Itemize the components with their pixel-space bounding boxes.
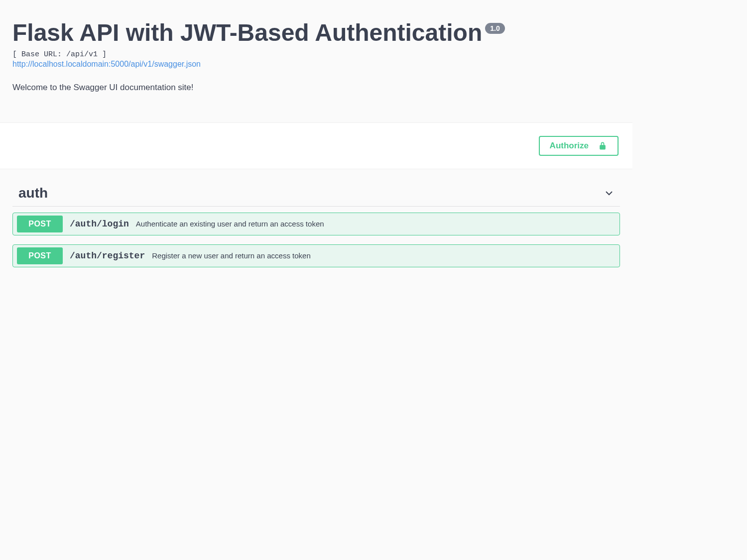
lock-icon [598, 141, 608, 151]
operation-summary: Register a new user and return an access… [152, 251, 311, 260]
operation-list: POST /auth/login Authenticate an existin… [12, 213, 620, 267]
chevron-down-icon [603, 187, 615, 199]
method-badge-post: POST [17, 247, 63, 264]
authorize-button[interactable]: Authorize [539, 136, 619, 156]
authorize-bar: Authorize [0, 122, 632, 169]
tag-name: auth [18, 185, 48, 201]
api-description: Welcome to the Swagger UI documentation … [12, 83, 620, 93]
spec-url-link[interactable]: http://localhost.localdomain:5000/api/v1… [12, 60, 620, 69]
api-title: Flask API with JWT-Based Authentication [12, 20, 482, 46]
api-header: Flask API with JWT-Based Authentication … [0, 0, 632, 122]
authorize-label: Authorize [550, 141, 589, 151]
content-area: auth POST /auth/login Authenticate an ex… [0, 169, 632, 287]
operation-summary: Authenticate an existing user and return… [136, 220, 324, 228]
operation-path: /auth/register [70, 251, 145, 261]
title-row: Flask API with JWT-Based Authentication … [12, 20, 620, 46]
operation-path: /auth/login [70, 219, 129, 229]
operation-row[interactable]: POST /auth/register Register a new user … [12, 244, 620, 267]
version-badge: 1.0 [485, 23, 504, 34]
operation-row[interactable]: POST /auth/login Authenticate an existin… [12, 213, 620, 235]
method-badge-post: POST [17, 216, 63, 232]
tag-header-auth[interactable]: auth [12, 180, 620, 207]
base-url-label: [ Base URL: /api/v1 ] [12, 50, 620, 59]
